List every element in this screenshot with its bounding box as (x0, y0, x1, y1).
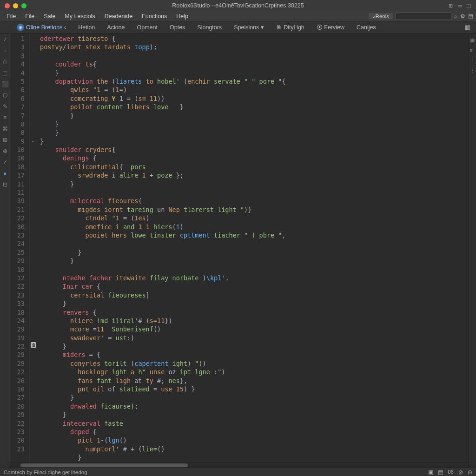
line-number[interactable]: 17 (10, 171, 25, 179)
fold-marker[interactable] (30, 410, 36, 419)
code-line[interactable]: } (40, 410, 469, 419)
line-number[interactable]: 29 (10, 350, 25, 359)
rail-icon[interactable]: ⬛ (2, 81, 8, 87)
code-line[interactable]: nliere !md iliral'# (s=11}) (40, 317, 469, 325)
line-number[interactable]: 23 (10, 445, 25, 453)
menu-item[interactable]: File (2, 12, 20, 20)
code-editor[interactable]: 1334456677889101018171111392122302324252… (10, 33, 469, 462)
fold-marker[interactable] (30, 60, 36, 68)
fold-marker[interactable] (30, 223, 36, 231)
line-number[interactable]: 18 (10, 163, 25, 171)
fold-marker[interactable] (30, 359, 36, 368)
code-line[interactable]: miders = { (40, 350, 469, 359)
rail-icon[interactable]: ✓ (2, 159, 8, 165)
fold-marker[interactable] (30, 103, 36, 111)
code-line[interactable]: } (40, 257, 469, 265)
fold-marker[interactable]: ▸ (30, 137, 36, 145)
rail-icon[interactable]: ⬚ (2, 70, 8, 76)
rail-icon[interactable]: ✓ (2, 36, 8, 43)
line-number[interactable]: 11 (10, 180, 25, 188)
minimize-icon[interactable] (13, 3, 18, 8)
rail-icon[interactable]: ⌘ (2, 126, 8, 132)
fold-marker[interactable] (30, 94, 36, 103)
code-line[interactable]: } (40, 393, 469, 402)
rail-icon[interactable]: ⊞ (2, 137, 8, 143)
code-line[interactable] (40, 239, 469, 248)
line-number[interactable]: 10 (10, 145, 25, 154)
fold-marker[interactable] (30, 308, 36, 317)
line-number[interactable]: 22 (10, 419, 25, 428)
line-number[interactable]: 29 (10, 257, 25, 265)
line-number[interactable]: 7 (10, 112, 25, 120)
line-number[interactable]: 20 (10, 436, 25, 444)
fold-marker[interactable] (30, 171, 36, 179)
line-number[interactable]: 29 (10, 325, 25, 333)
rail-icon[interactable]: ○ (2, 47, 8, 54)
line-number[interactable]: 23 (10, 231, 25, 239)
code-line[interactable] (40, 265, 469, 274)
fold-column[interactable]: ▸⬚ (30, 33, 36, 462)
menu-item[interactable]: Sale (39, 12, 60, 20)
line-number[interactable]: 4 (10, 69, 25, 77)
fold-marker[interactable] (30, 69, 36, 77)
fold-marker[interactable] (30, 154, 36, 162)
code-line[interactable]: intecerval faste (40, 419, 469, 428)
line-number[interactable]: 27 (10, 393, 25, 402)
code-line[interactable]: } (40, 453, 469, 462)
rail-icon[interactable]: ⊡ (2, 181, 8, 188)
fold-marker[interactable] (30, 377, 36, 385)
code-line[interactable]: postvy/iont stex tardats topp); (40, 43, 469, 51)
line-number[interactable]: 6 (10, 86, 25, 94)
fold-marker[interactable] (30, 214, 36, 222)
fold-marker[interactable] (30, 402, 36, 410)
status-item[interactable]: ⊙ (468, 469, 472, 476)
zoom-icon[interactable] (21, 3, 26, 8)
line-number[interactable]: 22 (10, 342, 25, 350)
line-number[interactable]: 11 (10, 188, 25, 197)
fold-marker[interactable] (30, 393, 36, 402)
line-number[interactable]: 29 (10, 410, 25, 419)
toolbar-tab[interactable]: Canijes (351, 23, 382, 32)
code-line[interactable]: mılecreal fieoures{ (40, 197, 469, 205)
rail-icon[interactable]: ⎙ (2, 59, 8, 65)
code-line[interactable]: odertewer tiaresto { (40, 34, 469, 43)
line-number[interactable]: 23 (10, 291, 25, 299)
line-number[interactable]: 4 (10, 60, 25, 68)
fold-marker[interactable] (30, 180, 36, 188)
line-number[interactable]: 10 (10, 265, 25, 274)
rail-icon[interactable]: ≡ (2, 114, 8, 121)
toolbar-tab[interactable]: ⦿ Ferview (311, 23, 350, 32)
code-line[interactable]: swadever' = ust:) (40, 334, 469, 342)
code-line[interactable]: ntedhe facher itewaite filay norbate )\k… (40, 274, 469, 282)
status-item[interactable]: ▤ (438, 469, 443, 476)
code-line[interactable]: mcore =11 Sonberisenf() (40, 325, 469, 333)
rail-icon[interactable]: ⬡ (2, 92, 8, 99)
fold-marker[interactable] (30, 299, 36, 308)
menu-item[interactable]: Help (172, 12, 193, 20)
code-line[interactable]: } (40, 69, 469, 77)
fold-marker[interactable] (30, 188, 36, 197)
title-icon[interactable]: ▢ (466, 3, 472, 9)
line-number[interactable]: 8 (10, 120, 25, 128)
search-icon[interactable]: ⌕ (454, 13, 457, 20)
line-number[interactable]: 20 (10, 402, 25, 410)
right-rail-icon[interactable]: ⋮ (470, 68, 476, 73)
code-line[interactable]: coulder ts{ (40, 60, 469, 68)
line-number[interactable]: 12 (10, 274, 25, 282)
fold-marker[interactable] (30, 385, 36, 393)
line-number[interactable]: 21 (10, 205, 25, 214)
line-number[interactable]: 5 (10, 77, 25, 86)
line-number[interactable]: 19 (10, 334, 25, 342)
status-item[interactable]: ▣ (428, 469, 433, 476)
title-icon[interactable]: ▭ (457, 3, 463, 9)
search-input[interactable] (396, 13, 451, 20)
code-line[interactable]: qwles "1 = (1=) (40, 86, 469, 94)
code-line[interactable]: snulder cryders{ (40, 145, 469, 154)
line-number[interactable]: 9 (10, 137, 25, 145)
fold-marker[interactable] (30, 428, 36, 436)
gear-icon[interactable]: ⚙ (460, 13, 465, 20)
code-line[interactable]: renvers { (40, 308, 469, 317)
menu-item[interactable]: Readenide (100, 12, 137, 20)
code-line[interactable]: } (40, 120, 469, 128)
code-line[interactable]: numptorl' # + (lie=() (40, 445, 469, 453)
